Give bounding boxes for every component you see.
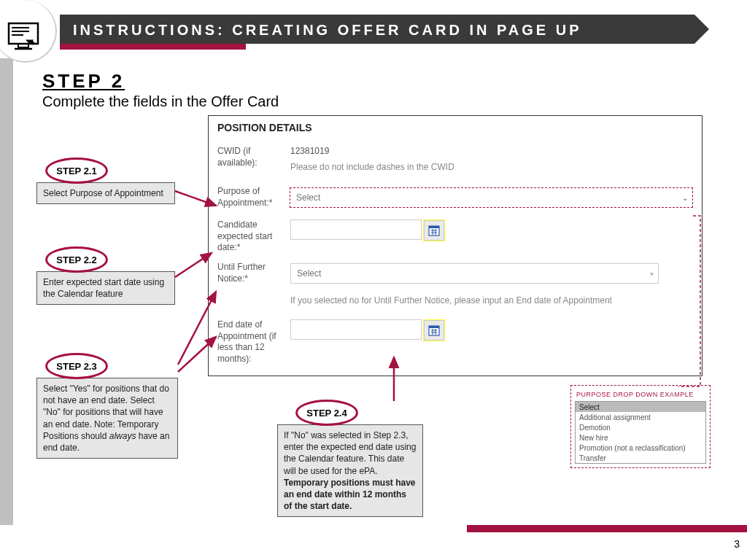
- form-section-title: POSITION DETAILS: [209, 116, 702, 141]
- cwid-value: 12381019: [290, 146, 693, 156]
- footer-accent-bar: [467, 525, 747, 532]
- svg-rect-7: [429, 226, 439, 228]
- cwid-label: CWID (if available):: [217, 142, 290, 168]
- end-date-row: End date of Appointment (if less than 12…: [209, 314, 702, 366]
- chevron-down-icon: ⌄: [682, 194, 688, 202]
- step-description: Complete the fields in the Offer Card: [42, 93, 279, 110]
- dropdown-list: Select Additional assignment Demotion Ne…: [575, 401, 706, 464]
- step-2-4-callout: If "No" was selected in Step 2.3, enter …: [277, 424, 423, 517]
- dropdown-item: New hire: [576, 432, 705, 443]
- step-2-1-callout: Select Purpose of Appointment: [36, 182, 175, 204]
- ufn-row: Until Further Notice:* Select ▾: [209, 257, 702, 286]
- monitor-icon: [7, 22, 39, 51]
- dropdown-example: PURPOSE DROP DOWN EXAMPLE Select Additio…: [570, 385, 711, 468]
- purpose-select-value: Select: [296, 192, 320, 203]
- end-date-input[interactable]: [290, 319, 422, 340]
- step-2-1-oval: STEP 2.1: [45, 158, 108, 184]
- step-number: STEP 2: [42, 70, 125, 93]
- svg-rect-0: [9, 23, 38, 44]
- purpose-label: Purpose of Appointment:*: [217, 182, 290, 209]
- ufn-note: If you selected no for Until Further Not…: [290, 291, 693, 313]
- chevron-down-icon: ▾: [650, 270, 654, 278]
- start-date-label: Candidate expected start date:*: [217, 216, 290, 254]
- header-underline: [60, 44, 246, 50]
- start-date-input[interactable]: [290, 219, 422, 240]
- dropdown-item: Select: [576, 402, 705, 412]
- end-date-label: End date of Appointment (if less than 12…: [217, 316, 290, 365]
- end-date-calendar-button[interactable]: [424, 320, 444, 341]
- ufn-select[interactable]: Select ▾: [290, 263, 659, 284]
- left-margin-bar: [0, 58, 13, 525]
- step-2-3-oval: STEP 2.3: [45, 353, 108, 379]
- start-date-row: Candidate expected start date:*: [209, 214, 702, 255]
- start-date-calendar-button[interactable]: [424, 220, 444, 241]
- dropdown-item: Transfer: [576, 453, 705, 463]
- dropdown-item: Demotion: [576, 422, 705, 432]
- step-2-4-oval: STEP 2.4: [295, 400, 358, 426]
- header-bar: INSTRUCTIONS: CREATING OFFER CARD IN PAG…: [60, 15, 694, 44]
- ufn-note-row: If you selected no for Until Further Not…: [209, 286, 702, 314]
- dropdown-item: Additional assignment: [576, 412, 705, 422]
- cwid-note: Please do not include dashes in the CWID: [290, 156, 693, 179]
- svg-rect-13: [429, 326, 439, 328]
- purpose-row: Purpose of Appointment:* Select ⌄: [209, 181, 702, 210]
- svg-rect-4: [18, 44, 28, 47]
- ufn-label: Until Further Notice:*: [217, 258, 290, 284]
- dropdown-item: Promotion (not a reclassification): [576, 443, 705, 453]
- step-2-3-callout: Select "Yes" for positions that do not h…: [36, 378, 178, 459]
- form-panel: POSITION DETAILS CWID (if available): 12…: [208, 115, 703, 376]
- purpose-select[interactable]: Select ⌄: [290, 187, 693, 208]
- logo-badge: [0, 0, 57, 63]
- cwid-row: CWID (if available): 12381019 Please do …: [209, 141, 702, 181]
- page-number: 3: [734, 538, 740, 550]
- step-2-2-callout: Enter expected start date using the Cale…: [36, 271, 175, 305]
- svg-line-19: [175, 253, 212, 277]
- calendar-icon: [428, 324, 440, 336]
- dropdown-example-title: PURPOSE DROP DOWN EXAMPLE: [575, 389, 706, 401]
- step-2-2-oval: STEP 2.2: [45, 246, 108, 273]
- calendar-icon: [428, 225, 440, 236]
- header-title: INSTRUCTIONS: CREATING OFFER CARD IN PAG…: [60, 15, 694, 46]
- ufn-select-value: Select: [297, 268, 321, 279]
